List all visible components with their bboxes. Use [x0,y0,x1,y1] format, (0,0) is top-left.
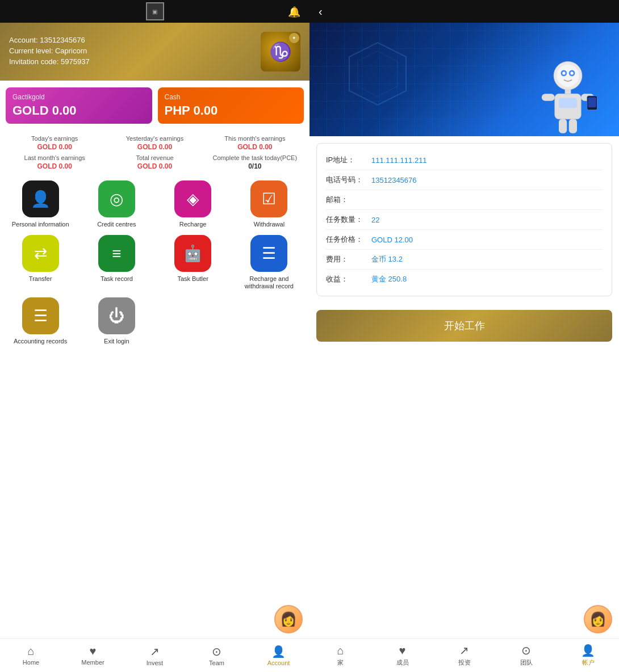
earning-label: Today's earnings [6,135,103,142]
left-nav-item-member[interactable]: ♥ Member [62,639,124,672]
menu-item-8[interactable]: ☰ Accounting records [6,297,75,345]
menu-icon: 🤖 [174,235,211,272]
info-key: 费用： [326,254,371,264]
gold-amount: GOLD 0.00 [12,103,145,118]
nav-icon: ↗ [459,644,469,657]
avatar[interactable]: ♑ ✦ [261,32,300,72]
menu-item-5[interactable]: ≡ Task record [82,235,151,290]
svg-rect-10 [559,98,577,108]
right-nav-item-团队[interactable]: ⊙ 团队 [495,639,557,672]
cash-amount: PHP 0.00 [165,103,298,118]
hex-decoration [344,40,412,108]
right-panel: IP地址： 111.111.111.211 电话号码： 13512345676 … [310,23,619,672]
menu-label: Recharge and withdrawal record [235,275,304,290]
menu-label: Recharge [179,221,207,228]
menu-item-6[interactable]: 🤖 Task Butler [158,235,228,290]
svg-rect-15 [559,119,567,133]
svg-rect-14 [588,98,596,108]
menu-label: Task record [101,275,133,283]
menu-item-1[interactable]: ◎ Credit centres [82,180,151,228]
support-avatar[interactable]: 👩 [274,605,303,633]
info-row: 任务价格： GOLD 12.00 [326,230,603,250]
info-row: 任务数量： 22 [326,210,603,230]
info-key: IP地址： [326,155,371,165]
left-nav-item-invest[interactable]: ↗ Invest [124,639,186,672]
svg-rect-16 [569,119,577,133]
info-row: 邮箱： [326,190,603,210]
info-row: 电话号码： 13512345676 [326,170,603,190]
menu-icon: ☑ [250,180,287,217]
svg-point-7 [570,72,573,74]
menu-icon: ◈ [174,180,211,217]
right-nav-item-家[interactable]: ⌂ 家 [310,639,371,672]
notification-bell-icon[interactable]: 🔔 [288,6,300,18]
menu-icon: ◎ [98,180,135,217]
right-support-avatar[interactable]: 👩 [584,605,612,633]
menu-item-2[interactable]: ◈ Recharge [158,180,228,228]
nav-icon: ♥ [399,644,406,657]
menu-label: Personal information [12,221,69,228]
profile-banner: Account: 13512345676 Current level: Capr… [0,23,310,81]
svg-rect-11 [542,94,555,100]
left-nav-item-account[interactable]: 👤 Account [248,639,310,672]
svg-point-3 [557,65,579,87]
gold-balance-card[interactable]: Gactikgold GOLD 0.00 [6,87,152,124]
start-work-button[interactable]: 开始工作 [316,310,612,342]
balances-row: Gactikgold GOLD 0.00 Cash PHP 0.00 [0,81,310,131]
nav-label: Home [23,659,39,666]
menu-icon: 👤 [22,180,59,217]
nav-icon: 👤 [271,645,286,658]
left-nav-item-team[interactable]: ⊙ Team [186,639,248,672]
nav-icon: ⌂ [337,644,344,657]
nav-label: 成员 [396,658,409,667]
level-label: Current level: Capricorn [9,47,90,55]
nav-label: 投资 [458,658,471,667]
nav-icon: ⌂ [27,645,34,658]
earning-label: Last month's earnings [6,154,103,161]
right-nav-item-成员[interactable]: ♥ 成员 [371,639,433,672]
menu-item-4[interactable]: ⇄ Transfer [6,235,75,290]
nav-label: 团队 [520,658,533,667]
nav-icon: ♥ [90,645,97,658]
earning-value: GOLD 0.00 [6,143,103,151]
menu-label: Task Butler [177,275,208,283]
profile-info: Account: 13512345676 Current level: Capr… [9,36,90,68]
right-nav-item-帐户[interactable]: 👤 帐户 [557,639,619,672]
menu-item-7[interactable]: ☰ Recharge and withdrawal record [235,235,304,290]
nav-icon: ↗ [150,645,160,658]
info-value: 13512345676 [371,176,417,184]
svg-marker-1 [358,51,398,96]
menu-item-0[interactable]: 👤 Personal information [6,180,75,228]
right-top-bar: ‹ [310,0,619,23]
info-row: 收益： 黄金 250.8 [326,270,603,289]
earnings-grid: Today's earnings GOLD 0.00 Yesterday's e… [0,131,310,175]
menu-item-9[interactable]: ⏻ Exit login [82,297,151,345]
earning-label: Complete the task today(PCE) [206,154,304,161]
nav-icon: ⊙ [521,644,531,657]
cash-balance-card[interactable]: Cash PHP 0.00 [158,87,304,124]
info-row: IP地址： 111.111.111.211 [326,150,603,170]
menu-item-3[interactable]: ☑ Withdrawal [235,180,304,228]
earning-item: Today's earnings GOLD 0.00 [6,135,103,151]
info-card: IP地址： 111.111.111.211 电话号码： 13512345676 … [316,143,612,296]
left-nav-item-home[interactable]: ⌂ Home [0,639,62,672]
right-bottom-nav: ⌂ 家 ♥ 成员 ↗ 投资 ⊙ 团队 👤 帐户 [310,638,619,672]
svg-rect-8 [565,89,571,94]
account-label: Account: 13512345676 [9,36,90,44]
earning-item: Complete the task today(PCE) 0/10 [206,154,304,170]
info-value: 金币 13.2 [371,254,403,264]
info-key: 任务数量： [326,215,371,225]
right-content: IP地址： 111.111.111.211 电话号码： 13512345676 … [310,23,619,638]
earning-value: GOLD 0.00 [106,162,203,170]
back-button[interactable]: ‹ [319,5,323,18]
info-key: 收益： [326,274,371,284]
earning-item: Yesterday's earnings GOLD 0.00 [106,135,203,151]
nav-label: 家 [337,658,344,667]
left-screen: ▣ 🔔 Account: 13512345676 Current level: … [0,0,310,672]
bottom-nav: ⌂ Home ♥ Member ↗ Invest ⊙ Team 👤 Accoun… [0,638,310,672]
menu-label: Credit centres [97,221,136,228]
right-nav-item-投资[interactable]: ↗ 投资 [433,639,495,672]
menu-label: Withdrawal [254,221,285,228]
menu-icon: ⏻ [98,297,135,334]
gold-type-label: Gactikgold [12,93,145,101]
